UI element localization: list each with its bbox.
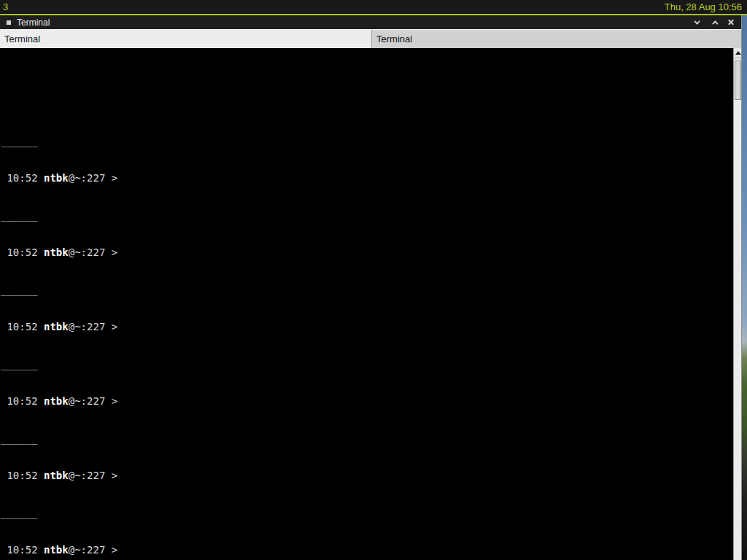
prompt-suffix: @~:227 > xyxy=(69,544,124,556)
prompt-time: 10:52 xyxy=(1,172,44,184)
prompt-separator: ______ xyxy=(1,432,733,445)
terminal-tabbar: Terminal Terminal xyxy=(0,29,742,48)
prompt-separator: ______ xyxy=(1,209,733,222)
prompt-user: ntbk xyxy=(44,172,69,184)
scrollbar-thumb[interactable] xyxy=(735,61,741,100)
close-icon xyxy=(727,19,734,26)
window-controls xyxy=(690,17,742,28)
prompt-user: ntbk xyxy=(44,544,69,556)
terminal-screen[interactable]: ______ 10:52 ntbk@~:227 > ______ 10:52 n… xyxy=(0,48,733,560)
maximize-button[interactable] xyxy=(706,17,722,28)
tab-terminal-inactive[interactable]: Terminal xyxy=(372,29,742,48)
tab-terminal-active[interactable]: Terminal xyxy=(0,29,372,48)
prompt-time: 10:52 xyxy=(1,321,44,332)
prompt-time: 10:52 xyxy=(1,246,44,258)
prompt-time: 10:52 xyxy=(1,544,44,556)
prompt-block: ______ 10:52 ntbk@~:227 > xyxy=(1,73,733,110)
prompt-suffix: @~:227 > xyxy=(69,321,124,332)
prompt-user: ntbk xyxy=(44,395,69,407)
prompt-user: ntbk xyxy=(44,246,69,258)
minimize-button[interactable] xyxy=(690,17,706,28)
top-panel: 3 Thu, 28 Aug 10:56 xyxy=(0,0,747,15)
prompt-suffix: @~:227 > xyxy=(69,172,124,184)
maximize-icon xyxy=(712,20,718,26)
scroll-up-arrow-icon xyxy=(735,51,741,55)
terminal-scrollbar[interactable] xyxy=(733,48,741,560)
desktop-screen: 3 Thu, 28 Aug 10:56 Terminal Terminal Te… xyxy=(0,0,747,560)
prompt-suffix: @~:227 > xyxy=(69,395,124,407)
prompt-user: ntbk xyxy=(44,321,69,332)
prompt-user: ntbk xyxy=(44,470,69,481)
prompt-separator: ______ xyxy=(1,507,733,519)
panel-clock: Thu, 28 Aug 10:56 xyxy=(665,0,747,14)
desktop-wallpaper-strip xyxy=(742,15,747,560)
prompt-separator: ______ xyxy=(1,135,733,147)
prompt-time: 10:52 xyxy=(1,395,44,407)
workspace-indicator[interactable]: 3 xyxy=(0,0,8,14)
window-titlebar[interactable]: Terminal xyxy=(0,15,742,29)
prompt-separator: ______ xyxy=(1,284,733,296)
blank-row xyxy=(1,98,733,110)
prompt-suffix: @~:227 > xyxy=(69,470,124,481)
prompt-time: 10:52 xyxy=(1,470,44,481)
close-button[interactable] xyxy=(722,17,738,28)
prompt-separator: ______ xyxy=(1,358,733,370)
minimize-icon xyxy=(694,18,700,24)
prompt-suffix: @~:227 > xyxy=(69,246,124,258)
window-title: Terminal xyxy=(17,18,50,28)
window-app-icon xyxy=(7,20,11,25)
